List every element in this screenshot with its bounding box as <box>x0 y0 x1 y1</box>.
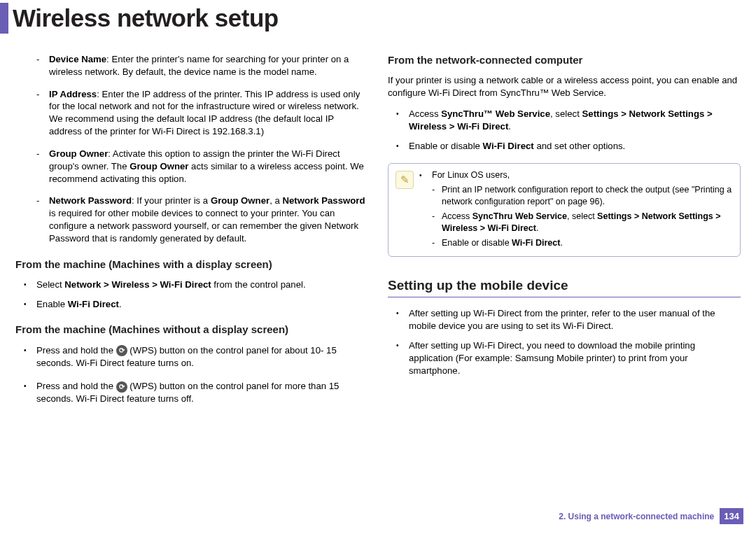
note-icon: ✎ <box>396 171 414 189</box>
def-device-name: - Device Name: Enter the printer's name … <box>15 53 368 78</box>
bullet-icon: • <box>24 298 36 311</box>
wps-icon: ⟳ <box>116 381 127 393</box>
def-text: IP Address: Enter the IP address of the … <box>49 88 368 138</box>
dash-icon: - <box>432 184 442 208</box>
bullet-text: Access SyncThru™ Web Service, select Set… <box>409 108 741 133</box>
dash-icon: - <box>36 53 49 78</box>
page-title: Wireless network setup <box>13 4 279 32</box>
bullet-mobile-2: • After setting up Wi-Fi Direct, you nee… <box>388 339 741 377</box>
bullet-text: Press and hold the ⟳ (WPS) button on the… <box>36 344 368 370</box>
bullet-wps-on: • Press and hold the ⟳ (WPS) button on t… <box>15 344 368 370</box>
def-text: Device Name: Enter the printer's name fo… <box>49 53 368 78</box>
def-ip-address: - IP Address: Enter the IP address of th… <box>15 88 368 138</box>
page-number: 134 <box>720 508 743 524</box>
note-sub-3: - Enable or disable Wi-Fi Direct. <box>419 237 733 249</box>
intro-text: If your printer is using a network cable… <box>388 74 741 99</box>
wps-icon: ⟳ <box>116 345 127 356</box>
heading-mobile-device: Setting up the mobile device <box>388 276 741 298</box>
dash-icon: - <box>36 195 49 244</box>
def-text: Group Owner: Activate this option to ass… <box>49 148 368 185</box>
bullet-icon: • <box>396 108 409 133</box>
dash-icon: - <box>36 148 49 185</box>
bullet-text: After setting up Wi-Fi Direct from the p… <box>409 307 741 332</box>
title-bar: Wireless network setup <box>0 0 756 34</box>
content-columns: - Device Name: Enter the printer's name … <box>0 53 756 412</box>
note-sub-text: Access SyncThru Web Service, select Sett… <box>442 211 733 234</box>
footer-chapter: 2. Using a network-connected machine <box>559 512 714 521</box>
bullet-enable-disable: • Enable or disable Wi-Fi Direct and set… <box>388 140 741 153</box>
left-column: - Device Name: Enter the printer's name … <box>15 53 368 412</box>
bullet-icon: • <box>396 140 409 153</box>
bullet-text: Enable or disable Wi-Fi Direct and set o… <box>409 140 741 153</box>
bullet-wps-off: • Press and hold the ⟳ (WPS) button on t… <box>15 380 368 405</box>
bullet-icon: • <box>24 279 36 291</box>
bullet-enable-wifi: • Enable Wi-Fi Direct. <box>15 298 368 311</box>
heading-network-computer: From the network-connected computer <box>388 53 741 67</box>
note-box: ✎ • For Linux OS users, - Print an IP ne… <box>388 163 741 256</box>
bullet-text: After setting up Wi-Fi Direct, you need … <box>409 339 741 377</box>
bullet-icon: • <box>24 344 36 370</box>
bullet-mobile-1: • After setting up Wi-Fi Direct from the… <box>388 307 741 332</box>
footer: 2. Using a network-connected machine 134 <box>559 508 743 524</box>
dash-icon: - <box>432 211 442 234</box>
right-column: From the network-connected computer If y… <box>388 53 741 412</box>
bullet-access-syncthru: • Access SyncThru™ Web Service, select S… <box>388 108 741 133</box>
note-sub-1: - Print an IP network configuration repo… <box>419 184 733 208</box>
bullet-text: Enable Wi-Fi Direct. <box>36 298 368 311</box>
bullet-icon: • <box>419 169 432 181</box>
title-accent <box>0 3 8 34</box>
bullet-select-network: • Select Network > Wireless > Wi-Fi Dire… <box>15 279 368 291</box>
bullet-text: Select Network > Wireless > Wi-Fi Direct… <box>36 279 368 291</box>
note-sub-2: - Access SyncThru Web Service, select Se… <box>419 211 733 234</box>
def-network-password: - Network Password: If your printer is a… <box>15 195 368 244</box>
note-content: • For Linux OS users, - Print an IP netw… <box>419 169 733 248</box>
dash-icon: - <box>36 88 49 138</box>
note-sub-text: Enable or disable Wi-Fi Direct. <box>442 237 563 249</box>
def-text: Network Password: If your printer is a G… <box>49 195 368 244</box>
def-group-owner: - Group Owner: Activate this option to a… <box>15 148 368 185</box>
note-sub-text: Print an IP network configuration report… <box>442 184 733 208</box>
bullet-text: Press and hold the ⟳ (WPS) button on the… <box>36 380 368 405</box>
bullet-icon: • <box>24 380 36 405</box>
dash-icon: - <box>432 237 442 249</box>
heading-machine-nodisplay: From the machine (Machines without a dis… <box>15 323 368 337</box>
note-head-text: For Linux OS users, <box>432 169 733 181</box>
bullet-icon: • <box>396 339 409 377</box>
bullet-icon: • <box>396 307 409 332</box>
note-head: • For Linux OS users, <box>419 169 733 181</box>
note-icon-wrap: ✎ <box>396 169 419 248</box>
heading-machine-display: From the machine (Machines with a displa… <box>15 258 368 272</box>
